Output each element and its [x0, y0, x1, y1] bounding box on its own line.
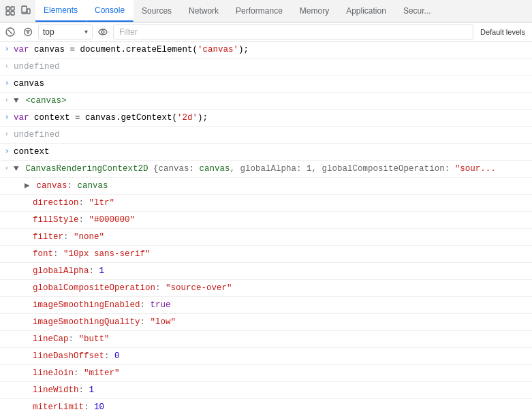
- svg-line-8: [8, 30, 12, 34]
- output-arrow-4: ‹: [0, 161, 14, 175]
- eye-icon[interactable]: [95, 25, 110, 39]
- svg-rect-5: [27, 9, 30, 14]
- expand-triangle-canvas-prop[interactable]: ▶: [25, 179, 31, 193]
- console-row-prop-font: font: "10px sans-serif": [0, 246, 532, 263]
- tab-memory[interactable]: Memory: [292, 0, 338, 22]
- console-row-output-2: ‹ undefined: [0, 127, 532, 144]
- device-icon[interactable]: [19, 5, 31, 17]
- tab-security[interactable]: Secur...: [395, 0, 440, 22]
- expand-triangle-context[interactable]: ▼: [14, 162, 20, 176]
- input-arrow-1: ›: [0, 42, 14, 56]
- console-output: › var canvas = document.createElement('c…: [0, 42, 532, 414]
- tab-console[interactable]: Console: [87, 0, 134, 22]
- console-row-prop-imagesmoothingenabled: imageSmoothingEnabled: true: [0, 297, 532, 314]
- console-row-prop-fillstyle: fillStyle: "#000000": [0, 212, 532, 229]
- console-row-prop-globalcomposite: globalCompositeOperation: "source-over": [0, 280, 532, 297]
- output-arrow-3: ‹: [0, 127, 14, 141]
- context-selector[interactable]: top ▾: [38, 25, 93, 39]
- console-row-canvas-value: ‹ ▼ <canvas>: [0, 93, 532, 110]
- input-arrow-2: ›: [0, 76, 14, 90]
- input-arrow-4: ›: [0, 144, 14, 158]
- output-arrow-2: ‹: [0, 93, 14, 107]
- tab-performance[interactable]: Performance: [228, 0, 292, 22]
- output-arrow-1: ‹: [0, 59, 14, 73]
- console-row-prop-imagesmoothingquality: imageSmoothingQuality: "low": [0, 314, 532, 331]
- console-row-prop-linewidth: lineWidth: 1: [0, 382, 532, 399]
- console-row-input-2: › var context = canvas.getContext('2d');: [0, 110, 532, 127]
- expand-triangle-canvas[interactable]: ▼: [14, 94, 20, 108]
- console-toolbar: top ▾ Default levels: [0, 22, 532, 42]
- console-row-prop-globalalpha: globalAlpha: 1: [0, 263, 532, 280]
- console-row-input-1: › var canvas = document.createElement('c…: [0, 42, 532, 59]
- console-row-prop-miterlimit: miterLimit: 10: [0, 399, 532, 414]
- chevron-down-icon: ▾: [84, 28, 88, 35]
- inspect-icon[interactable]: [4, 5, 16, 17]
- svg-rect-3: [11, 12, 14, 15]
- devtools-icons: [0, 0, 35, 22]
- tab-network[interactable]: Network: [181, 0, 228, 22]
- input-arrow-3: ›: [0, 110, 14, 124]
- console-row-prop-linejoin: lineJoin: "miter": [0, 365, 532, 382]
- console-row-prop-direction: direction: "ltr": [0, 195, 532, 212]
- svg-rect-1: [6, 12, 10, 15]
- console-row-context-value: ‹ ▼ CanvasRenderingContext2D {canvas: ca…: [0, 161, 532, 178]
- tab-elements[interactable]: Elements: [35, 0, 87, 22]
- console-row-prop-linedashoffset: lineDashOffset: 0: [0, 348, 532, 365]
- clear-console-button[interactable]: [3, 25, 18, 39]
- console-row-context-expand: › context: [0, 144, 532, 161]
- tab-sources[interactable]: Sources: [134, 0, 181, 22]
- tab-application[interactable]: Application: [338, 0, 395, 22]
- console-row-prop-canvas: ▶ canvas: canvas: [0, 178, 532, 195]
- svg-rect-0: [6, 7, 10, 10]
- console-row-output-1: ‹ undefined: [0, 59, 532, 76]
- filter-toggle-button[interactable]: [20, 25, 35, 39]
- console-row-prop-linecap: lineCap: "butt": [0, 331, 532, 348]
- tab-bar: Elements Console Sources Network Perform…: [0, 0, 532, 22]
- svg-point-13: [99, 29, 107, 35]
- default-levels-label: Default levels: [476, 28, 529, 36]
- svg-point-14: [101, 31, 104, 33]
- svg-rect-2: [11, 7, 14, 10]
- filter-input[interactable]: [113, 25, 473, 39]
- console-row-prop-filter: filter: "none": [0, 229, 532, 246]
- console-row-canvas-expand: › canvas: [0, 76, 532, 93]
